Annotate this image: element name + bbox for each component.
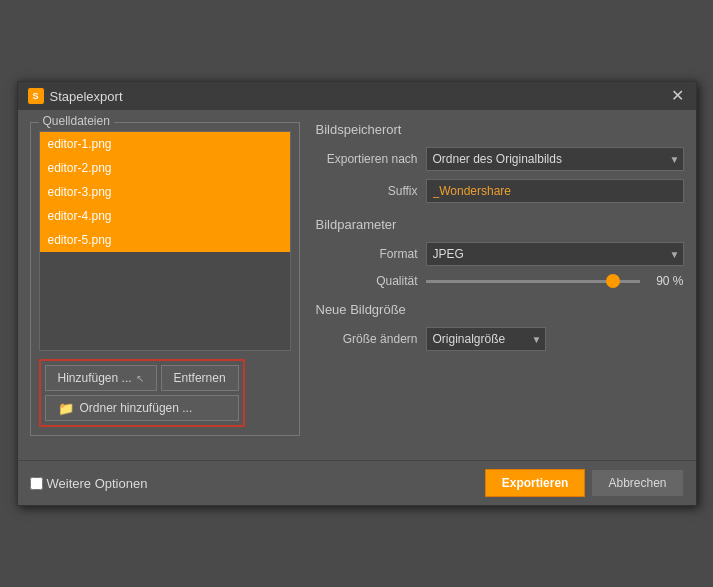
source-files-title: Quelldateien	[39, 114, 114, 128]
suffix-input[interactable]	[426, 179, 684, 203]
add-folder-row: 📁 Ordner hinzufügen ...	[45, 395, 239, 421]
export-nach-label: Exportieren nach	[316, 152, 426, 166]
quality-row: Qualität 90 %	[316, 274, 684, 288]
close-button[interactable]: ✕	[669, 88, 686, 104]
export-button-label: Exportieren	[502, 476, 569, 490]
add-folder-button[interactable]: 📁 Ordner hinzufügen ...	[45, 395, 239, 421]
export-nach-select[interactable]: Ordner des Originalbilds Benutzerdefinie…	[426, 147, 684, 171]
export-nach-row: Exportieren nach Ordner des Originalbild…	[316, 147, 684, 171]
resize-row: Größe ändern Originalgröße Benutzerdefin…	[316, 327, 684, 351]
source-files-group: Quelldateien editor-1.png editor-2.png e…	[30, 122, 300, 436]
format-row: Format JPEG PNG BMP TIFF GIF ▼	[316, 242, 684, 266]
remove-button[interactable]: Entfernen	[161, 365, 239, 391]
more-options-label: Weitere Optionen	[47, 476, 148, 491]
quality-value: 90 %	[648, 274, 684, 288]
more-options-wrap: Weitere Optionen	[30, 476, 148, 491]
add-button[interactable]: Hinzufügen ... ↖	[45, 365, 157, 391]
bottom-left: Weitere Optionen	[30, 476, 148, 491]
list-item[interactable]: editor-2.png	[40, 156, 290, 180]
title-bar: S Stapelexport ✕	[18, 82, 696, 110]
list-item[interactable]: editor-4.png	[40, 204, 290, 228]
resize-select[interactable]: Originalgröße Benutzerdefiniert	[426, 327, 546, 351]
file-buttons-area: Hinzufügen ... ↖ Entfernen 📁 Ordner hinz…	[39, 359, 291, 427]
resize-label: Größe ändern	[316, 332, 426, 346]
remove-button-label: Entfernen	[174, 371, 226, 385]
image-params-title: Bildparameter	[316, 217, 684, 234]
list-item[interactable]: editor-5.png	[40, 228, 290, 252]
add-folder-label: Ordner hinzufügen ...	[80, 401, 193, 415]
list-item[interactable]: editor-3.png	[40, 180, 290, 204]
new-size-section: Neue Bildgröße Größe ändern Originalgröß…	[316, 302, 684, 351]
left-panel: Quelldateien editor-1.png editor-2.png e…	[30, 122, 300, 448]
cancel-button[interactable]: Abbrechen	[591, 469, 683, 497]
right-panel: Bildspeicherort Exportieren nach Ordner …	[300, 122, 684, 448]
app-icon: S	[28, 88, 44, 104]
more-options-checkbox[interactable]	[30, 477, 43, 490]
new-size-title: Neue Bildgröße	[316, 302, 684, 319]
action-buttons: Exportieren Abbrechen	[485, 469, 684, 497]
add-button-label: Hinzufügen ...	[58, 371, 132, 385]
bottom-bar: Weitere Optionen Exportieren Abbrechen	[18, 460, 696, 505]
cursor-icon: ↖	[136, 373, 144, 384]
cancel-button-label: Abbrechen	[608, 476, 666, 490]
suffix-row: Suffix	[316, 179, 684, 203]
list-item[interactable]: editor-1.png	[40, 132, 290, 156]
format-select-wrap: JPEG PNG BMP TIFF GIF ▼	[426, 242, 684, 266]
save-location-section: Bildspeicherort Exportieren nach Ordner …	[316, 122, 684, 203]
file-list[interactable]: editor-1.png editor-2.png editor-3.png e…	[39, 131, 291, 351]
dialog-body: Quelldateien editor-1.png editor-2.png e…	[18, 110, 696, 460]
export-button[interactable]: Exportieren	[485, 469, 586, 497]
context-box: Hinzufügen ... ↖ Entfernen 📁 Ordner hinz…	[39, 359, 245, 427]
quality-slider[interactable]	[426, 280, 640, 283]
file-btn-row: Hinzufügen ... ↖ Entfernen	[45, 365, 239, 391]
suffix-label: Suffix	[316, 184, 426, 198]
quality-slider-wrap: 90 %	[426, 274, 684, 288]
quality-label: Qualität	[316, 274, 426, 288]
image-params-section: Bildparameter Format JPEG PNG BMP TIFF G…	[316, 217, 684, 288]
folder-icon: 📁	[58, 401, 74, 416]
stapelexport-dialog: S Stapelexport ✕ Quelldateien editor-1.p…	[17, 81, 697, 506]
export-nach-select-wrap: Ordner des Originalbilds Benutzerdefinie…	[426, 147, 684, 171]
format-select[interactable]: JPEG PNG BMP TIFF GIF	[426, 242, 684, 266]
resize-select-wrap: Originalgröße Benutzerdefiniert ▼	[426, 327, 546, 351]
format-label: Format	[316, 247, 426, 261]
title-bar-left: S Stapelexport	[28, 88, 123, 104]
save-location-title: Bildspeicherort	[316, 122, 684, 139]
dialog-title: Stapelexport	[50, 89, 123, 104]
